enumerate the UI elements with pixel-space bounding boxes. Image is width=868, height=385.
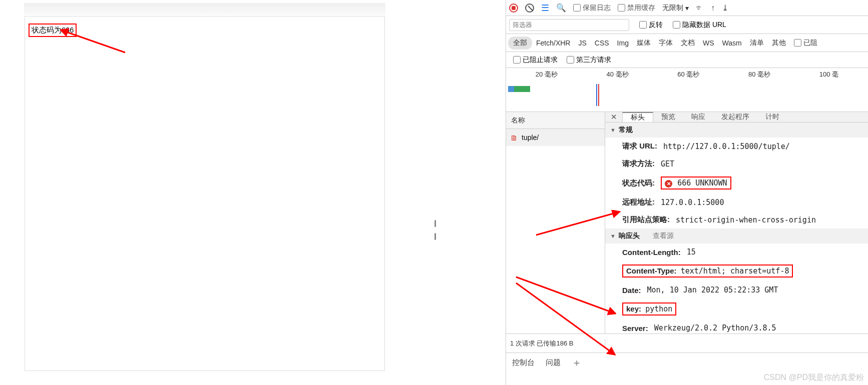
watermark: CSDN @PD我是你的真爱粉: [764, 372, 864, 383]
tl-40: 40 毫秒: [607, 70, 629, 79]
name-column: 名称 🗎 tuple/: [506, 112, 605, 334]
blocked-req-label: 已阻止请求: [523, 56, 558, 64]
drawer-tabs: 控制台 问题 ＋: [506, 353, 868, 372]
timeline-bar: [508, 86, 530, 92]
tl-100: 100 毫: [819, 70, 838, 79]
tab-headers[interactable]: 标头: [622, 112, 653, 122]
general-url: 请求 URL:http://127.0.0.1:5000/tuple/: [605, 138, 868, 155]
resp-date-value: Mon, 10 Jan 2022 05:22:33 GMT: [647, 286, 778, 294]
filter-css[interactable]: CSS: [595, 39, 609, 47]
tab-response[interactable]: 响应: [683, 112, 713, 122]
page-status-text: 状态码为666: [29, 24, 77, 37]
filter-manifest[interactable]: 清单: [750, 38, 764, 48]
section-general-label: 常规: [619, 126, 633, 134]
request-row-tuple[interactable]: 🗎 tuple/: [506, 129, 605, 146]
disable-cache-check[interactable]: 禁用缓存: [618, 4, 655, 12]
tab-console[interactable]: 控制台: [512, 358, 535, 368]
filter-font[interactable]: 字体: [659, 38, 673, 48]
general-method-value: GET: [661, 160, 674, 168]
filter-wasm[interactable]: Wasm: [722, 39, 742, 47]
tl-80: 80 毫秒: [748, 70, 770, 79]
timeline[interactable]: 20 毫秒 40 毫秒 60 毫秒 80 毫秒 100 毫: [506, 68, 868, 112]
general-url-value: http://127.0.0.1:5000/tuple/: [663, 142, 790, 151]
hide-data-url-label: 隐藏数据 URL: [682, 20, 726, 30]
section-general[interactable]: ▼常规: [605, 122, 868, 138]
request-grid: 名称 🗎 tuple/ ✕ 标头 预览 响应 发起程序 计时 ▼常规 请求 UR…: [506, 112, 868, 334]
filter-doc[interactable]: 文档: [681, 38, 695, 48]
download-icon[interactable]: ⤓: [722, 3, 728, 12]
general-status: 状态代码: ✕ 666 UNKNOWN: [605, 172, 868, 194]
detail-tabs: ✕ 标头 预览 响应 发起程序 计时: [605, 112, 868, 122]
blocked-req-check[interactable]: 已阻止请求: [513, 56, 558, 64]
resp-date: Date:Mon, 10 Jan 2022 05:22:33 GMT: [605, 282, 868, 298]
section-resp-label: 响应头: [619, 232, 640, 240]
upload-icon[interactable]: ↑: [711, 4, 715, 12]
tl-60: 60 毫秒: [677, 70, 699, 79]
split-handle[interactable]: [435, 220, 439, 240]
detail-panel: ✕ 标头 预览 响应 发起程序 计时 ▼常规 请求 URL:http://127…: [605, 112, 868, 334]
timeline-dom-marker: [598, 84, 599, 106]
filter-toggle-icon[interactable]: ☰: [541, 2, 549, 14]
record-icon[interactable]: [509, 4, 518, 12]
filter-js[interactable]: JS: [578, 39, 586, 47]
search-icon[interactable]: 🔍: [556, 3, 566, 12]
name-column-header[interactable]: 名称: [506, 112, 605, 129]
third-party-label: 第三方请求: [576, 56, 611, 64]
filter-media[interactable]: 媒体: [637, 38, 651, 48]
preserve-log-label: 保留日志: [583, 4, 611, 12]
timeline-labels: 20 毫秒 40 毫秒 60 毫秒 80 毫秒 100 毫: [506, 68, 868, 81]
filter-ws[interactable]: WS: [703, 39, 714, 47]
filter-blocked[interactable]: 已阻: [794, 38, 817, 48]
filter-fetch[interactable]: Fetch/XHR: [536, 39, 570, 47]
filter-other[interactable]: 其他: [772, 38, 786, 48]
resp-content-length: Content-Length:15: [605, 244, 868, 260]
general-remote-value: 127.0.0.1:5000: [661, 198, 724, 207]
tl-20: 20 毫秒: [536, 70, 558, 79]
tab-preview[interactable]: 预览: [653, 112, 683, 122]
status-code-box: ✕ 666 UNKNOWN: [661, 176, 731, 190]
status-summary: 1 次请求 已传输186 B: [506, 339, 605, 348]
filter-row: 反转 隐藏数据 URL: [506, 16, 868, 34]
view-source-link[interactable]: 查看源: [653, 232, 674, 240]
general-referrer: 引用站点策略:strict-origin-when-cross-origin: [605, 211, 868, 228]
general-referrer-value: strict-origin-when-cross-origin: [676, 216, 816, 224]
chevron-down-icon: ▼: [610, 233, 616, 239]
chevron-down-icon: ▾: [685, 4, 689, 12]
tab-issues[interactable]: 问题: [546, 358, 561, 368]
tab-initiator[interactable]: 发起程序: [713, 112, 757, 122]
general-status-value: 666 UNKNOWN: [677, 178, 727, 188]
preserve-log-check[interactable]: 保留日志: [573, 4, 611, 12]
chevron-down-icon: ▼: [610, 127, 616, 133]
wifi-icon[interactable]: ᯤ: [696, 4, 704, 12]
filter-input[interactable]: [509, 19, 629, 31]
rendered-page[interactable]: 状态码为666: [25, 16, 385, 371]
section-response-headers[interactable]: ▼响应头查看源: [605, 228, 868, 244]
throttle-select[interactable]: 无限制 ▾: [662, 4, 689, 12]
resp-ct-value: text/html; charset=utf-8: [681, 266, 789, 276]
tab-timing[interactable]: 计时: [757, 112, 787, 122]
browser-viewport: 状态码为666: [0, 0, 454, 385]
invert-label: 反转: [649, 20, 663, 30]
resp-server: Server:Werkzeug/2.0.2 Python/3.8.5: [605, 320, 868, 334]
hide-data-url-check[interactable]: 隐藏数据 URL: [673, 20, 726, 30]
extra-filter-row: 已阻止请求 第三方请求: [506, 52, 868, 68]
resp-key-value: python: [645, 304, 672, 314]
error-status-icon: ✕: [665, 180, 672, 188]
filter-all[interactable]: 全部: [508, 36, 532, 50]
add-tab-icon[interactable]: ＋: [572, 356, 582, 370]
status-bar: 1 次请求 已传输186 B: [506, 334, 868, 353]
clear-icon[interactable]: [525, 4, 534, 12]
close-detail-icon[interactable]: ✕: [605, 112, 622, 122]
request-name: tuple/: [522, 134, 539, 142]
file-icon: 🗎: [510, 134, 518, 142]
filter-img[interactable]: Img: [617, 39, 629, 47]
third-party-check[interactable]: 第三方请求: [567, 56, 611, 64]
timeline-load-marker: [596, 84, 597, 106]
general-method: 请求方法:GET: [605, 155, 868, 172]
resp-cl-value: 15: [687, 248, 696, 256]
invert-check[interactable]: 反转: [639, 20, 663, 30]
page-shadow: [24, 3, 385, 15]
resp-server-value: Werkzeug/2.0.2 Python/3.8.5: [654, 324, 776, 332]
resp-content-type: Content-Type: text/html; charset=utf-8: [605, 260, 868, 282]
network-toolbar: ☰ 🔍 保留日志 禁用缓存 无限制 ▾ ᯤ ↑ ⤓: [506, 0, 868, 16]
